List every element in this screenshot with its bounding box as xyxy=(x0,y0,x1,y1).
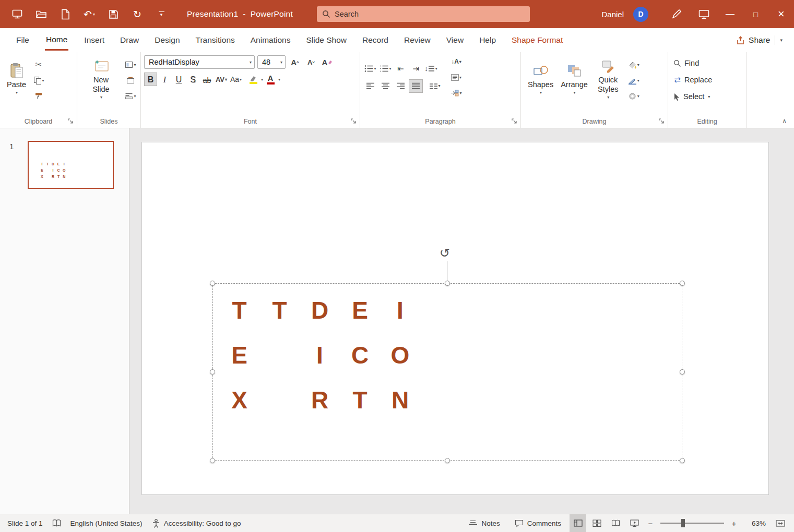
replace-button[interactable]: ⇄ Replace xyxy=(671,73,743,87)
font-size-select[interactable]: 48 ▾ xyxy=(257,55,286,69)
drawing-dialog-launcher[interactable] xyxy=(658,118,665,125)
copy-icon[interactable]: ▾ xyxy=(32,74,45,87)
collapse-ribbon-icon[interactable]: ∧ xyxy=(782,117,787,125)
search-input[interactable]: Search xyxy=(317,6,530,22)
align-text-button[interactable]: ▾ xyxy=(449,71,463,83)
maximize-button[interactable]: □ xyxy=(743,0,768,28)
selection-handle-middle-right[interactable] xyxy=(680,369,685,374)
textbox[interactable] xyxy=(212,283,682,461)
ink-pen-icon[interactable] xyxy=(663,0,690,28)
font-family-select[interactable]: RedHatDisplay ▾ xyxy=(144,55,255,69)
numbering-button[interactable]: ▾ xyxy=(378,62,393,76)
new-slide-button[interactable]: New Slide ▾ xyxy=(80,56,122,102)
tab-slide-show[interactable]: Slide Show xyxy=(298,28,354,52)
increase-font-size-button[interactable]: A˄ xyxy=(288,56,302,68)
selection-handle-top-center[interactable] xyxy=(445,281,450,286)
font-dialog-launcher[interactable] xyxy=(350,118,357,125)
open-file-icon[interactable] xyxy=(35,7,47,21)
cut-icon[interactable]: ✂ xyxy=(32,58,45,71)
slide-counter[interactable]: Slide 1 of 1 xyxy=(7,519,43,527)
change-case-button[interactable]: Aa ▾ xyxy=(229,73,243,86)
select-button[interactable]: Select ▾ xyxy=(671,90,743,103)
comments-button[interactable]: Comments xyxy=(508,514,567,532)
close-button[interactable]: × xyxy=(768,0,794,28)
slide-sorter-view-button[interactable] xyxy=(588,514,605,532)
tab-record[interactable]: Record xyxy=(354,28,396,52)
line-spacing-button[interactable]: ↕ ▾ xyxy=(424,62,438,76)
zoom-out-button[interactable]: − xyxy=(645,519,656,528)
bold-button[interactable]: B xyxy=(144,72,157,86)
format-painter-icon[interactable] xyxy=(32,90,45,102)
app-logo-icon[interactable] xyxy=(11,7,23,21)
selection-handle-middle-left[interactable] xyxy=(210,369,215,374)
undo-dropdown-icon[interactable]: ▾ xyxy=(93,12,95,17)
zoom-slider[interactable] xyxy=(660,523,724,524)
fit-slide-to-window-button[interactable] xyxy=(772,514,789,532)
find-button[interactable]: Find xyxy=(671,56,743,70)
share-button[interactable]: Share ▾ xyxy=(736,28,783,52)
increase-indent-button[interactable]: ⇥ xyxy=(409,62,423,76)
slide-layout-icon[interactable]: ▾ xyxy=(124,58,137,71)
tab-file[interactable]: File xyxy=(8,28,37,52)
shapes-button[interactable]: Shapes ▾ xyxy=(524,61,557,97)
notes-button[interactable]: Notes xyxy=(462,514,506,532)
new-file-icon[interactable] xyxy=(60,7,71,21)
tab-shape-format[interactable]: Shape Format xyxy=(504,28,571,52)
section-icon[interactable]: ▾ xyxy=(124,90,137,102)
language-selector[interactable]: English (United States) xyxy=(70,519,143,527)
paragraph-dialog-launcher[interactable] xyxy=(511,118,518,125)
slide-canvas[interactable]: TTDEI EICO XRTN ↻ xyxy=(142,142,768,494)
normal-view-button[interactable] xyxy=(570,514,586,532)
zoom-level[interactable]: 63% xyxy=(745,519,766,527)
reset-slide-icon[interactable] xyxy=(124,74,137,87)
redo-icon[interactable]: ↻ xyxy=(132,7,143,21)
character-spacing-button[interactable]: AV ▾ xyxy=(215,73,228,86)
tab-draw[interactable]: Draw xyxy=(112,28,147,52)
share-dropdown-icon[interactable]: ▾ xyxy=(780,38,783,43)
undo-icon[interactable]: ↶ ▾ xyxy=(84,7,95,21)
presenter-window-icon[interactable] xyxy=(690,0,717,28)
shape-outline-button[interactable]: ▾ xyxy=(627,74,641,87)
slide-show-button[interactable] xyxy=(626,514,643,532)
customize-quick-access-icon[interactable]: ▾ xyxy=(156,7,167,21)
tab-design[interactable]: Design xyxy=(147,28,187,52)
selection-handle-bottom-center[interactable] xyxy=(445,458,450,463)
tab-view[interactable]: View xyxy=(439,28,471,52)
rotation-handle[interactable]: ↻ xyxy=(440,246,450,260)
tab-animations[interactable]: Animations xyxy=(243,28,299,52)
tab-review[interactable]: Review xyxy=(396,28,439,52)
text-direction-button[interactable]: ↓A ▾ xyxy=(449,55,463,68)
spell-check-icon[interactable] xyxy=(52,519,61,527)
zoom-slider-thumb[interactable] xyxy=(681,519,685,527)
selection-handle-top-right[interactable] xyxy=(680,281,685,286)
slide-thumbnail[interactable]: TTDEI EICO XRTN xyxy=(28,141,114,189)
selection-handle-top-left[interactable] xyxy=(210,281,215,286)
italic-button[interactable]: I xyxy=(158,72,171,86)
tab-insert[interactable]: Insert xyxy=(76,28,112,52)
decrease-indent-button[interactable]: ⇤ xyxy=(394,62,408,76)
tab-transitions[interactable]: Transitions xyxy=(188,28,243,52)
decrease-font-size-button[interactable]: A˅ xyxy=(304,56,318,68)
align-center-button[interactable] xyxy=(378,79,393,93)
clipboard-dialog-launcher[interactable] xyxy=(67,118,74,125)
avatar[interactable]: D xyxy=(633,7,648,22)
arrange-button[interactable]: Arrange ▾ xyxy=(557,61,591,97)
save-icon[interactable] xyxy=(108,7,119,21)
selection-handle-bottom-right[interactable] xyxy=(680,458,685,463)
quick-styles-button[interactable]: Quick Styles ▾ xyxy=(591,56,625,102)
clear-formatting-button[interactable]: A xyxy=(321,56,334,68)
justify-button[interactable] xyxy=(409,79,423,93)
bullets-button[interactable]: ▾ xyxy=(363,62,377,76)
text-shadow-button[interactable]: S xyxy=(186,72,199,86)
strikethrough-button[interactable]: ab xyxy=(200,72,214,86)
user-name[interactable]: Daniel xyxy=(601,10,624,19)
tab-help[interactable]: Help xyxy=(471,28,504,52)
shape-fill-button[interactable]: ▾ xyxy=(627,58,641,71)
paste-button[interactable]: Paste ▾ xyxy=(3,61,30,97)
font-color-button[interactable]: A xyxy=(264,72,277,86)
align-right-button[interactable] xyxy=(394,79,408,93)
align-left-button[interactable] xyxy=(363,79,377,93)
minimize-button[interactable]: — xyxy=(717,0,743,28)
accessibility-status[interactable]: Accessibility: Good to go xyxy=(152,519,241,528)
zoom-in-button[interactable]: + xyxy=(728,519,740,528)
